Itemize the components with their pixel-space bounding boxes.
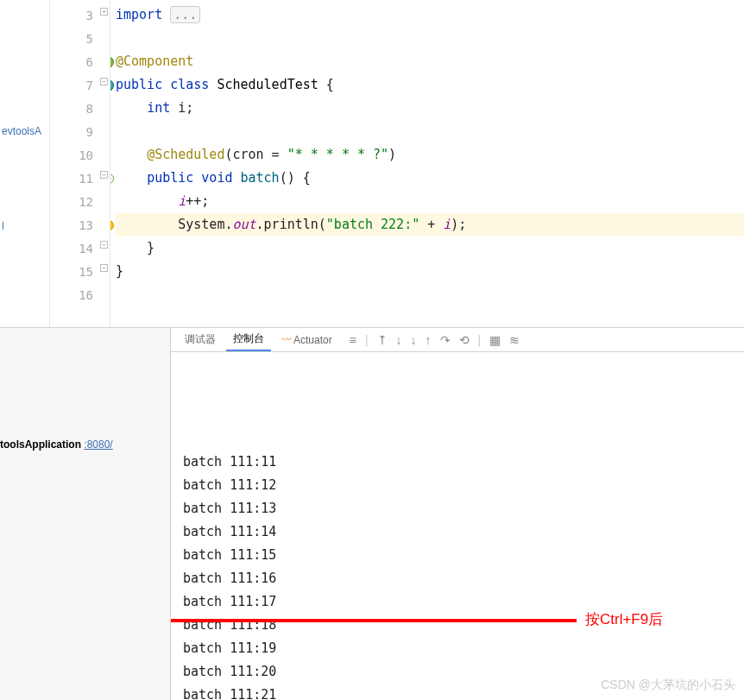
gutter-line[interactable]: 5 <box>50 27 98 50</box>
app-port-link[interactable]: :8080/ <box>84 438 112 451</box>
scroll-down-icon[interactable]: ↓ <box>396 333 402 347</box>
console-line: batch 111:11 <box>183 451 732 474</box>
export-icon[interactable]: ↷ <box>440 333 451 347</box>
code-line[interactable]: import ... <box>116 3 744 27</box>
console-output[interactable]: 按Ctrl+F9后 batch 111:11batch 111:12batch … <box>171 352 744 700</box>
gutter-line[interactable]: 16 <box>50 283 98 306</box>
console-toolbar: ≡ | ⤒ ↓ ↓ ↑ ↷ ⟲ | ▦ ≋ <box>350 333 520 347</box>
clear-icon[interactable]: ⟲ <box>459 333 470 347</box>
line-number: 5 <box>86 32 93 46</box>
console-tab-bar: 调试器 控制台 〰Actuator ≡ | ⤒ ↓ ↓ ↑ ↷ ⟲ | ▦ ≋ <box>171 328 744 352</box>
scroll-up-icon[interactable]: ↑ <box>426 333 432 347</box>
grid-icon[interactable]: ▦ <box>489 333 501 347</box>
editor-area: evtoolsA l 35678910111213141516 +−−−− im… <box>0 0 744 328</box>
code-line[interactable]: public void batch() { <box>116 167 744 190</box>
annotation-line <box>171 619 577 622</box>
fold-toggle[interactable]: − <box>100 241 108 249</box>
gutter-line[interactable]: 15 <box>50 260 98 283</box>
gutter: 35678910111213141516 <box>50 0 98 327</box>
line-number: 10 <box>79 148 93 162</box>
console-line: batch 111:14 <box>183 520 732 544</box>
code-line[interactable] <box>116 283 744 306</box>
code-line[interactable]: int i; <box>116 97 744 120</box>
code-line[interactable]: } <box>116 260 744 283</box>
project-sidebar: evtoolsA l <box>0 0 50 327</box>
fold-column: +−−−− <box>98 0 110 327</box>
tab-console[interactable]: 控制台 <box>226 328 271 351</box>
fold-toggle[interactable]: − <box>100 171 108 179</box>
gutter-line[interactable]: 6 <box>50 50 98 73</box>
code-line[interactable] <box>116 27 744 50</box>
sidebar-file-label[interactable]: evtoolsA <box>2 125 41 137</box>
code-line[interactable]: @Scheduled(cron = "* * * * * ?") <box>116 143 744 167</box>
gutter-line[interactable]: 8 <box>50 97 98 120</box>
gutter-line[interactable]: 10 <box>50 143 98 167</box>
line-number: 3 <box>86 9 93 22</box>
console-panel: 调试器 控制台 〰Actuator ≡ | ⤒ ↓ ↓ ↑ ↷ ⟲ | ▦ ≋ … <box>171 328 744 700</box>
watermark: CSDN @大茅坑的小石头 <box>601 678 735 693</box>
scroll-top-icon[interactable]: ⤒ <box>377 333 388 347</box>
console-line: batch 111:13 <box>183 497 732 520</box>
line-number: 12 <box>79 195 93 209</box>
gutter-line[interactable]: 14 <box>50 236 98 260</box>
tab-label: Actuator <box>293 334 332 346</box>
actuator-icon: 〰 <box>281 334 292 346</box>
tab-debugger[interactable]: 调试器 <box>178 329 223 350</box>
line-number: 15 <box>79 265 93 279</box>
soft-wrap-icon[interactable]: ≡ <box>350 333 356 347</box>
line-number: 16 <box>79 288 93 302</box>
tab-actuator[interactable]: 〰Actuator <box>274 331 339 350</box>
scroll-down2-icon[interactable]: ↓ <box>411 333 417 347</box>
bottom-pane: toolsApplication :8080/ 调试器 控制台 〰Actuato… <box>0 328 744 700</box>
gutter-line[interactable]: 9 <box>50 120 98 143</box>
fold-toggle[interactable]: − <box>100 78 108 85</box>
gutter-line[interactable]: 13 <box>50 213 98 236</box>
line-number: 14 <box>79 242 93 255</box>
code-editor[interactable]: import ... @Componentpublic class Schedu… <box>110 0 744 327</box>
console-line: batch 111:15 <box>183 544 732 567</box>
code-line[interactable]: @Component <box>116 50 744 73</box>
line-number: 13 <box>79 218 93 232</box>
line-number: 9 <box>86 125 93 139</box>
running-app-label[interactable]: toolsApplication :8080/ <box>0 438 113 451</box>
app-name: toolsApplication <box>0 438 81 451</box>
line-number: 6 <box>86 55 93 69</box>
gutter-line[interactable]: 3 <box>50 3 98 27</box>
line-number: 11 <box>79 172 93 186</box>
code-line[interactable] <box>116 120 744 143</box>
gutter-line[interactable]: 12 <box>50 190 98 213</box>
console-line: batch 111:16 <box>183 567 732 590</box>
code-line[interactable]: } <box>116 236 744 260</box>
code-line[interactable]: public class ScheduledTest { <box>116 73 744 97</box>
line-number: 8 <box>86 102 93 116</box>
console-line: batch 111:12 <box>183 474 732 497</box>
gutter-line[interactable]: 7 <box>50 73 98 97</box>
run-configs-panel: toolsApplication :8080/ <box>0 328 171 700</box>
fold-toggle[interactable]: + <box>100 8 108 16</box>
filter-icon[interactable]: ≋ <box>509 333 520 347</box>
gutter-line[interactable]: 11 <box>50 167 98 190</box>
code-line[interactable]: i++; <box>116 190 744 213</box>
fold-toggle[interactable]: − <box>100 264 108 272</box>
line-number: 7 <box>86 79 93 92</box>
annotation-text: 按Ctrl+F9后 <box>585 608 663 631</box>
console-line: batch 111:19 <box>183 637 732 660</box>
sidebar-file-label[interactable]: l <box>2 220 4 232</box>
code-line[interactable]: System.out.println("batch 222:" + i); <box>116 213 744 236</box>
